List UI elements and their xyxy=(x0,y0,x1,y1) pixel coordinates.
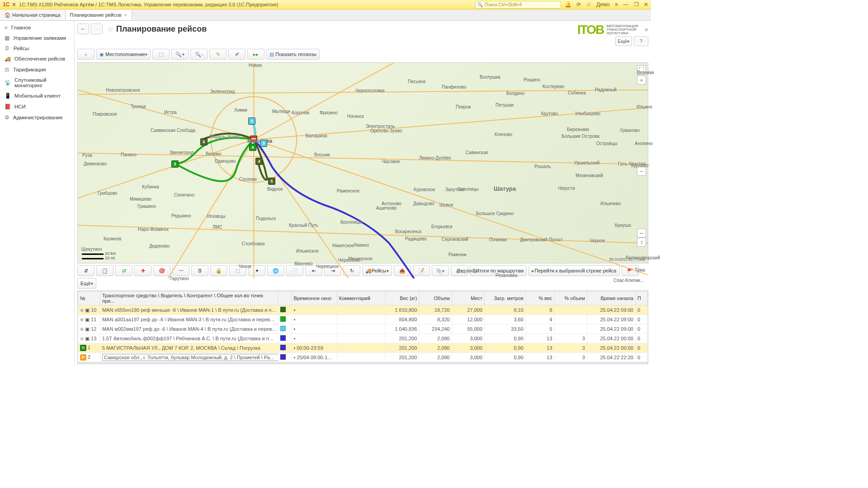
city-label: Никитское xyxy=(332,243,354,248)
minimize-button[interactable]: — xyxy=(623,1,628,8)
panel-toggle-button[interactable]: › xyxy=(77,49,94,60)
city-label: Кленово xyxy=(495,132,512,137)
city-label: Мезиновский xyxy=(576,173,603,178)
city-label: Фрязино xyxy=(320,110,338,115)
city-label: Чехов xyxy=(239,264,251,269)
city-label: Спас-Клепик… xyxy=(613,278,645,283)
route-marker[interactable]: 6 xyxy=(200,138,208,145)
geozones-button[interactable]: ▧ Показать геозоны xyxy=(266,49,320,60)
city-label: Тарутино xyxy=(170,276,189,281)
city-label: Черное xyxy=(590,238,605,243)
maximize-button[interactable]: ❐ xyxy=(634,1,639,8)
city-label: Песьяне xyxy=(408,79,425,84)
route-marker[interactable]: 3 xyxy=(171,160,179,168)
sidebar-item-tariffs[interactable]: ⚖Тарификация xyxy=(0,64,74,75)
map-plus-button[interactable]: ＋ xyxy=(637,75,646,84)
help-button[interactable]: ? xyxy=(634,36,648,46)
city-label: Радужный xyxy=(595,87,617,92)
settings-icon[interactable]: ≡ xyxy=(615,1,618,8)
bell-icon[interactable]: 🔔 xyxy=(565,1,571,8)
list-icon: ▦ xyxy=(5,35,9,41)
city-label: Химки xyxy=(234,108,247,113)
close-page-button[interactable]: × xyxy=(645,26,648,33)
route-marker[interactable]: 5 xyxy=(268,178,275,185)
city-label: Рязановка xyxy=(495,273,517,278)
table-row[interactable]: ⊖▣ 131.5Т Автомобиль ф002фф197 \ Рябченк… xyxy=(78,334,648,343)
sidebar-item-supply[interactable]: 🚚Обеспечение рейсов xyxy=(0,53,74,64)
history-icon[interactable]: ⟳ xyxy=(576,1,581,8)
map-scale: 10 km 10 mi xyxy=(80,251,116,260)
page-header: ← → ☆ Планирование рейсов ITOB АВТОМАТИЗ… xyxy=(75,21,651,36)
map[interactable]: 10 km 10 mi 38.04282, 55.77852 ⛶ ＋ ↔ − ↕… xyxy=(77,62,648,263)
table-row[interactable]: ⊕▣ 11MAN а001аа197 реф до -6 \ Иванов MA… xyxy=(78,315,648,324)
city-label: Радищево xyxy=(405,236,427,241)
map-collapse-v-button[interactable]: ↕ xyxy=(637,238,646,247)
city-label: Щекутино xyxy=(81,247,102,252)
table-row[interactable]: ⊕▣ 12MAN м002мм197 реф до -6 \ Иванов MA… xyxy=(78,324,648,334)
city-label: Подольск xyxy=(256,216,276,221)
nav-forward-button[interactable]: → xyxy=(91,23,103,34)
close-tab-button[interactable]: × xyxy=(124,12,127,18)
eraser-button[interactable]: ✐ xyxy=(228,49,245,60)
favorite-star-icon[interactable]: ☆ xyxy=(107,25,113,33)
route-marker[interactable]: 3 xyxy=(248,117,255,125)
draw-pencil-button[interactable]: ✎ xyxy=(209,49,226,60)
city-label: Урваново xyxy=(620,128,640,133)
city-label: Покровское xyxy=(93,112,117,117)
city-label: Бронницы xyxy=(340,220,362,225)
route-marker[interactable]: 4 xyxy=(255,158,263,165)
sidebar-item-requests[interactable]: ▦Управление заявками xyxy=(0,33,74,43)
city-label: Рошаль xyxy=(534,164,551,169)
mobile-icon: 📱 xyxy=(5,93,11,99)
city-label: Калинов xyxy=(104,236,121,241)
window-title: 1C:TMS #1280 Рябченков Артём / 1C:TMS Ло… xyxy=(19,2,475,7)
play-button[interactable]: ▸▸ xyxy=(247,49,264,60)
route-marker[interactable]: 4 xyxy=(249,144,256,151)
city-label: Болдино xyxy=(506,91,524,96)
sidebar: ≡Главное ▦Управление заявками 🗓Рейсы 🚚Об… xyxy=(0,21,75,366)
location-dropdown[interactable]: ◉ Местоположение xyxy=(96,49,151,60)
svg-line-1 xyxy=(78,153,648,164)
titlebar-right-icons: 🔔 ⟳ ☆ Демо ≡ — ❐ ✕ xyxy=(561,1,648,8)
city-label: Грибцово xyxy=(98,191,118,196)
demo-label[interactable]: Демо xyxy=(596,1,610,8)
tab-start-page[interactable]: 🏠 Начальная страница xyxy=(0,10,66,20)
zoom-out-button[interactable]: 🔍- xyxy=(190,49,208,60)
city-label: Балашиха xyxy=(306,133,327,138)
zoom-in-button[interactable]: 🔍+ xyxy=(171,49,189,60)
map-collapse-h-button[interactable]: ↔ xyxy=(637,229,646,238)
city-label: Наро-Фоминск xyxy=(138,227,169,232)
calendar-icon: 🗓 xyxy=(5,46,10,51)
map-minus-button[interactable]: − xyxy=(637,167,646,176)
sidebar-item-routes[interactable]: 🗓Рейсы xyxy=(0,43,74,53)
routes-more-button[interactable]: Ещё xyxy=(77,278,96,289)
city-label: Собинка xyxy=(568,90,586,95)
table-row[interactable]: П 15 МАГИСТРАЛЬНАЯ УЛ., ДОМ 7 КОР. 2, МО… xyxy=(78,343,648,353)
star-icon[interactable]: ☆ xyxy=(586,1,591,8)
sidebar-item-mobile[interactable]: 📱Мобильный клиент xyxy=(0,90,74,101)
nav-back-button[interactable]: ← xyxy=(77,23,89,34)
table-row[interactable]: Р 2Самарская обл., г. Тольятти, бульвар … xyxy=(78,353,648,362)
fit-markers-button[interactable]: ⬚ xyxy=(152,49,170,60)
sidebar-item-monitoring[interactable]: 📡Спутниковый мониторинг xyxy=(0,75,74,90)
city-label: Ашитково xyxy=(376,206,397,211)
table-row[interactable]: ⊕▣ 10MAN н555нн190 реф меньше -6 \ Ивано… xyxy=(78,305,648,315)
city-label: Восьма xyxy=(314,152,330,157)
header-more-button[interactable]: Ещё xyxy=(615,36,632,46)
sidebar-item-admin[interactable]: ⚙Администрирование xyxy=(0,112,74,123)
city-label: Воскресенск xyxy=(395,229,421,234)
sidebar-item-nsi[interactable]: 📕НСИ xyxy=(0,101,74,112)
city-label: Видное xyxy=(267,187,283,192)
sidebar-item-main[interactable]: ≡Главное xyxy=(0,23,74,33)
main-menu-button[interactable]: ≡ xyxy=(12,1,15,8)
route-marker[interactable]: 3 xyxy=(260,140,267,147)
close-window-button[interactable]: ✕ xyxy=(644,1,648,8)
menu-icon: ≡ xyxy=(5,25,8,30)
city-label: Селятино xyxy=(174,192,194,197)
tab-route-planning[interactable]: Планирование рейсов × xyxy=(66,10,132,20)
city-label: Костерево xyxy=(542,84,564,89)
city-label: Ильичево xyxy=(600,201,621,206)
global-search-input[interactable]: 🔍 Поиск Ctrl+Shift+F xyxy=(475,1,561,9)
h-scrollbar[interactable] xyxy=(78,362,648,364)
city-label: Шувое xyxy=(439,202,453,207)
